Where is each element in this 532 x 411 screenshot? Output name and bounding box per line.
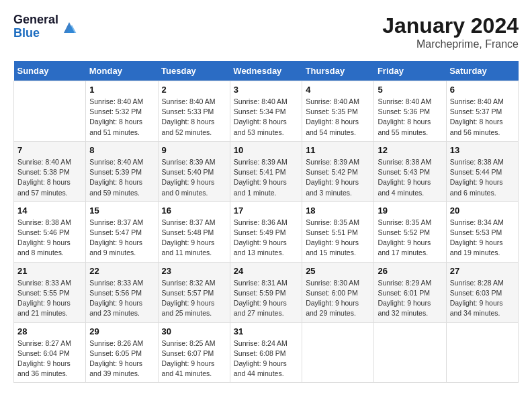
title-block: January 2024 Marcheprime, France: [382, 13, 519, 50]
calendar-cell: 5Sunrise: 8:40 AMSunset: 5:36 PMDaylight…: [374, 81, 446, 142]
day-info: Sunrise: 8:40 AMSunset: 5:34 PMDaylight:…: [234, 97, 298, 138]
day-number: 7: [17, 145, 82, 155]
day-number: 17: [234, 205, 298, 216]
day-number: 16: [162, 205, 226, 216]
page-header: General Blue January 2024 Marcheprime, F…: [13, 13, 519, 50]
day-number: 18: [306, 205, 370, 216]
day-info: Sunrise: 8:28 AMSunset: 6:03 PMDaylight:…: [450, 278, 515, 319]
calendar-cell: 6Sunrise: 8:40 AMSunset: 5:37 PMDaylight…: [446, 81, 518, 142]
calendar-cell: 9Sunrise: 8:39 AMSunset: 5:40 PMDaylight…: [158, 141, 230, 201]
day-number: 31: [234, 326, 298, 336]
calendar-cell: 22Sunrise: 8:33 AMSunset: 5:56 PMDayligh…: [86, 262, 158, 322]
calendar-cell: 26Sunrise: 8:29 AMSunset: 6:01 PMDayligh…: [374, 262, 446, 322]
logo-general: General: [13, 13, 58, 27]
calendar-cell: 24Sunrise: 8:31 AMSunset: 5:59 PMDayligh…: [230, 262, 302, 322]
calendar-week-row: 7Sunrise: 8:40 AMSunset: 5:38 PMDaylight…: [14, 141, 519, 201]
day-number: 21: [17, 266, 82, 276]
day-number: 14: [17, 205, 82, 216]
day-info: Sunrise: 8:39 AMSunset: 5:40 PMDaylight:…: [162, 157, 226, 198]
logo-text: General Blue: [13, 13, 58, 40]
day-number: 11: [306, 145, 370, 155]
day-info: Sunrise: 8:25 AMSunset: 6:07 PMDaylight:…: [162, 338, 226, 379]
day-number: 27: [450, 266, 515, 276]
day-info: Sunrise: 8:24 AMSunset: 6:08 PMDaylight:…: [234, 338, 298, 379]
calendar-cell: 17Sunrise: 8:36 AMSunset: 5:49 PMDayligh…: [230, 201, 302, 262]
day-info: Sunrise: 8:40 AMSunset: 5:35 PMDaylight:…: [306, 97, 370, 138]
day-number: 15: [89, 205, 154, 216]
day-info: Sunrise: 8:32 AMSunset: 5:57 PMDaylight:…: [162, 278, 226, 319]
calendar-cell: 18Sunrise: 8:35 AMSunset: 5:51 PMDayligh…: [302, 201, 374, 262]
calendar-cell: [14, 81, 86, 142]
day-info: Sunrise: 8:36 AMSunset: 5:49 PMDaylight:…: [234, 218, 298, 259]
day-info: Sunrise: 8:35 AMSunset: 5:51 PMDaylight:…: [306, 218, 370, 259]
day-info: Sunrise: 8:40 AMSunset: 5:33 PMDaylight:…: [162, 97, 226, 138]
header-friday: Friday: [374, 61, 446, 81]
calendar-week-row: 28Sunrise: 8:27 AMSunset: 6:04 PMDayligh…: [14, 322, 519, 383]
calendar-week-row: 14Sunrise: 8:38 AMSunset: 5:46 PMDayligh…: [14, 201, 519, 262]
day-info: Sunrise: 8:33 AMSunset: 5:56 PMDaylight:…: [89, 278, 154, 319]
calendar-cell: 15Sunrise: 8:37 AMSunset: 5:47 PMDayligh…: [86, 201, 158, 262]
day-info: Sunrise: 8:40 AMSunset: 5:32 PMDaylight:…: [89, 97, 154, 138]
calendar-cell: 29Sunrise: 8:26 AMSunset: 6:05 PMDayligh…: [86, 322, 158, 383]
calendar-cell: 8Sunrise: 8:40 AMSunset: 5:39 PMDaylight…: [86, 141, 158, 201]
day-number: 12: [378, 145, 442, 155]
header-monday: Monday: [86, 61, 158, 81]
calendar-cell: 23Sunrise: 8:32 AMSunset: 5:57 PMDayligh…: [158, 262, 230, 322]
day-number: 22: [89, 266, 154, 276]
calendar-cell: [446, 322, 518, 383]
day-info: Sunrise: 8:33 AMSunset: 5:55 PMDaylight:…: [17, 278, 82, 319]
calendar-table: SundayMondayTuesdayWednesdayThursdayFrid…: [13, 61, 519, 383]
day-number: 6: [450, 85, 515, 95]
calendar-cell: 16Sunrise: 8:37 AMSunset: 5:48 PMDayligh…: [158, 201, 230, 262]
header-tuesday: Tuesday: [158, 61, 230, 81]
day-number: 28: [17, 326, 82, 336]
calendar-cell: [374, 322, 446, 383]
day-info: Sunrise: 8:29 AMSunset: 6:01 PMDaylight:…: [378, 278, 442, 319]
calendar-cell: 21Sunrise: 8:33 AMSunset: 5:55 PMDayligh…: [14, 262, 86, 322]
day-number: 4: [306, 85, 370, 95]
page-title: January 2024: [382, 13, 519, 38]
day-info: Sunrise: 8:30 AMSunset: 6:00 PMDaylight:…: [306, 278, 370, 319]
day-number: 24: [234, 266, 298, 276]
day-info: Sunrise: 8:26 AMSunset: 6:05 PMDaylight:…: [89, 338, 154, 379]
day-info: Sunrise: 8:27 AMSunset: 6:04 PMDaylight:…: [17, 338, 82, 379]
day-number: 20: [450, 205, 515, 216]
day-number: 2: [162, 85, 226, 95]
day-number: 1: [89, 85, 154, 95]
day-number: 29: [89, 326, 154, 336]
header-saturday: Saturday: [446, 61, 518, 81]
calendar-cell: 28Sunrise: 8:27 AMSunset: 6:04 PMDayligh…: [14, 322, 86, 383]
header-wednesday: Wednesday: [230, 61, 302, 81]
day-info: Sunrise: 8:39 AMSunset: 5:42 PMDaylight:…: [306, 157, 370, 198]
day-info: Sunrise: 8:40 AMSunset: 5:38 PMDaylight:…: [17, 157, 82, 198]
logo-blue: Blue: [13, 27, 58, 40]
day-info: Sunrise: 8:31 AMSunset: 5:59 PMDaylight:…: [234, 278, 298, 319]
logo-icon: [61, 19, 77, 36]
calendar-cell: 1Sunrise: 8:40 AMSunset: 5:32 PMDaylight…: [86, 81, 158, 142]
calendar-week-row: 21Sunrise: 8:33 AMSunset: 5:55 PMDayligh…: [14, 262, 519, 322]
day-info: Sunrise: 8:38 AMSunset: 5:44 PMDaylight:…: [450, 157, 515, 198]
day-info: Sunrise: 8:39 AMSunset: 5:41 PMDaylight:…: [234, 157, 298, 198]
calendar-cell: 4Sunrise: 8:40 AMSunset: 5:35 PMDaylight…: [302, 81, 374, 142]
day-info: Sunrise: 8:38 AMSunset: 5:43 PMDaylight:…: [378, 157, 442, 198]
calendar-cell: 10Sunrise: 8:39 AMSunset: 5:41 PMDayligh…: [230, 141, 302, 201]
calendar-cell: 31Sunrise: 8:24 AMSunset: 6:08 PMDayligh…: [230, 322, 302, 383]
day-number: 3: [234, 85, 298, 95]
day-number: 10: [234, 145, 298, 155]
calendar-cell: 19Sunrise: 8:35 AMSunset: 5:52 PMDayligh…: [374, 201, 446, 262]
day-info: Sunrise: 8:37 AMSunset: 5:47 PMDaylight:…: [89, 218, 154, 259]
day-number: 5: [378, 85, 442, 95]
calendar-header-row: SundayMondayTuesdayWednesdayThursdayFrid…: [14, 61, 519, 81]
day-number: 25: [306, 266, 370, 276]
calendar-cell: 11Sunrise: 8:39 AMSunset: 5:42 PMDayligh…: [302, 141, 374, 201]
calendar-cell: 20Sunrise: 8:34 AMSunset: 5:53 PMDayligh…: [446, 201, 518, 262]
day-info: Sunrise: 8:37 AMSunset: 5:48 PMDaylight:…: [162, 218, 226, 259]
page-subtitle: Marcheprime, France: [382, 38, 519, 50]
day-number: 30: [162, 326, 226, 336]
day-info: Sunrise: 8:40 AMSunset: 5:36 PMDaylight:…: [378, 97, 442, 138]
calendar-cell: [302, 322, 374, 383]
calendar-cell: 2Sunrise: 8:40 AMSunset: 5:33 PMDaylight…: [158, 81, 230, 142]
logo: General Blue: [13, 13, 77, 40]
calendar-cell: 7Sunrise: 8:40 AMSunset: 5:38 PMDaylight…: [14, 141, 86, 201]
day-number: 26: [378, 266, 442, 276]
